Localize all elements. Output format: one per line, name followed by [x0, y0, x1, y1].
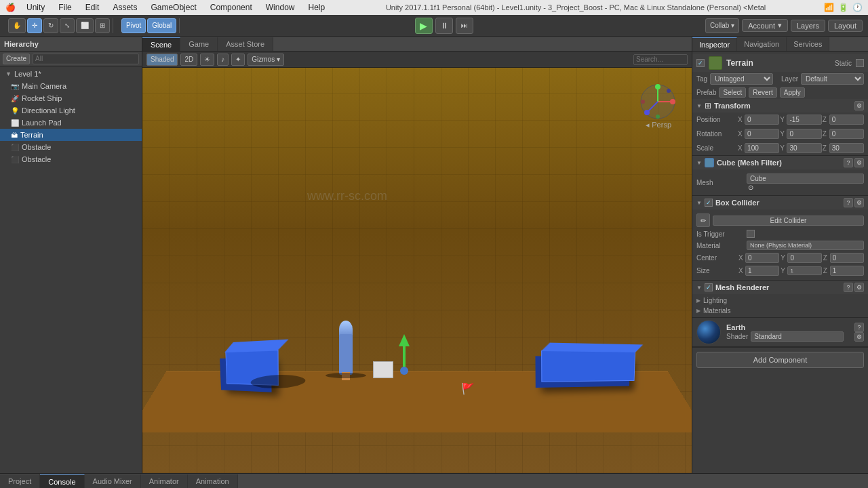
transform-settings-icon[interactable]: ⚙ — [854, 101, 864, 110]
inspector-content: ✓ Terrain Static Tag Untagged Layer Defa… — [692, 52, 868, 473]
tab-navigation[interactable]: Navigation — [737, 37, 787, 51]
scale-x-input[interactable] — [745, 143, 779, 153]
hier-item-camera[interactable]: 📷 Main Camera — [0, 80, 142, 92]
mesh-renderer-settings-icon[interactable]: ⚙ — [854, 283, 864, 292]
mesh-renderer-info-icon[interactable]: ? — [844, 283, 853, 292]
size-y-input[interactable] — [787, 266, 821, 275]
material-info-icon[interactable]: ? — [854, 323, 864, 332]
layout-button[interactable]: Layout — [828, 20, 863, 32]
hier-item-obstacle1[interactable]: ⬛ Obstacle — [0, 141, 142, 153]
tab-animator[interactable]: Animator — [141, 474, 188, 488]
menu-assets[interactable]: Assets — [110, 1, 140, 14]
hand-tool[interactable]: ✋ — [8, 18, 26, 33]
collab-button[interactable]: Collab ▾ — [705, 18, 739, 33]
scene-btn-2d[interactable]: 2D — [180, 54, 197, 66]
menu-unity[interactable]: Unity — [24, 1, 47, 14]
box-collider-settings-icon[interactable]: ⚙ — [854, 198, 864, 207]
global-button[interactable]: Global — [147, 18, 176, 33]
material-settings-icon[interactable]: ⚙ — [854, 332, 864, 342]
box-collider-enabled-checkbox[interactable]: ✓ — [705, 199, 713, 207]
rect-tool[interactable]: ⬜ — [76, 18, 94, 33]
scene-btn-gizmos[interactable]: Gizmos ▾ — [248, 54, 284, 66]
tab-audio-mixer[interactable]: Audio Mixer — [85, 474, 141, 488]
tab-console[interactable]: Console — [40, 474, 84, 488]
position-y-input[interactable] — [787, 115, 821, 125]
scene-btn-audio[interactable]: ♪ — [217, 54, 229, 66]
prefab-revert-button[interactable]: Revert — [749, 87, 776, 98]
tab-scene[interactable]: Scene — [142, 37, 180, 51]
account-button[interactable]: Account ▾ — [742, 19, 788, 32]
scene-btn-scene[interactable]: Shaded — [146, 54, 178, 66]
mesh-value-input[interactable] — [747, 174, 864, 184]
hierarchy-search-input[interactable] — [33, 54, 139, 64]
menu-component[interactable]: Component — [208, 1, 255, 14]
static-checkbox[interactable] — [856, 59, 864, 67]
scene-gizmo[interactable] — [637, 81, 678, 122]
scene-btn-fx[interactable]: ✦ — [231, 54, 245, 66]
tab-asset-store[interactable]: Asset Store — [218, 37, 273, 51]
mesh-filter-info-icon[interactable]: ? — [844, 158, 853, 167]
rotation-z-input[interactable] — [829, 129, 864, 139]
shader-input[interactable] — [751, 331, 844, 342]
mesh-renderer-enabled-checkbox[interactable]: ✓ — [705, 283, 713, 291]
menu-file[interactable]: File — [56, 1, 74, 14]
lighting-sub-item[interactable]: ▶ Lighting — [696, 296, 864, 306]
hier-item-launchpad[interactable]: ⬜ Launch Pad — [0, 117, 142, 129]
hier-item-obstacle2[interactable]: ⬛ Obstacle — [0, 153, 142, 165]
box-collider-header[interactable]: ▼ ✓ Box Collider ? ⚙ — [692, 196, 868, 209]
tab-services[interactable]: Services — [787, 37, 829, 51]
layers-button[interactable]: Layers — [791, 20, 825, 32]
tab-project[interactable]: Project — [0, 474, 40, 488]
tab-game[interactable]: Game — [180, 37, 218, 51]
rotation-x-input[interactable] — [745, 129, 779, 139]
object-enabled-checkbox[interactable]: ✓ — [696, 59, 705, 67]
size-x-input[interactable] — [745, 266, 779, 276]
center-x-input[interactable] — [745, 253, 779, 263]
hier-item-terrain[interactable]: 🏔 Terrain — [0, 129, 142, 141]
box-collider-info-icon[interactable]: ? — [844, 198, 853, 207]
position-z-input[interactable] — [829, 115, 864, 125]
prefab-select-button[interactable]: Select — [719, 87, 746, 98]
mesh-filter-settings-icon[interactable]: ⚙ — [854, 158, 864, 167]
rotate-tool[interactable]: ↻ — [43, 18, 58, 33]
materials-sub-item[interactable]: ▶ Materials — [696, 306, 864, 316]
is-trigger-checkbox[interactable] — [747, 230, 755, 238]
scale-tool[interactable]: ⤡ — [60, 18, 75, 33]
layer-dropdown[interactable]: Default — [801, 73, 864, 85]
hier-item-level1[interactable]: ▼ Level 1* — [0, 68, 142, 80]
rotation-y-input[interactable] — [787, 129, 821, 139]
menu-help[interactable]: Help — [305, 1, 328, 14]
menu-window[interactable]: Window — [263, 1, 298, 14]
menu-edit[interactable]: Edit — [83, 1, 102, 14]
tab-inspector[interactable]: Inspector — [692, 37, 737, 51]
center-y-input[interactable] — [787, 253, 821, 263]
prefab-apply-button[interactable]: Apply — [780, 87, 805, 98]
scale-z-input[interactable] — [829, 143, 864, 153]
step-button[interactable]: ⏭ — [456, 18, 473, 34]
create-button[interactable]: Create — [3, 54, 30, 64]
scale-y-input[interactable] — [787, 143, 821, 153]
transform-header[interactable]: ▼ ⊞ Transform ⚙ — [692, 99, 868, 113]
mesh-renderer-header[interactable]: ▼ ✓ Mesh Renderer ? ⚙ — [692, 281, 868, 294]
pause-button[interactable]: ⏸ — [435, 18, 453, 34]
tag-dropdown[interactable]: Untagged — [710, 73, 773, 85]
material-input[interactable] — [747, 241, 864, 250]
move-tool[interactable]: ✛ — [27, 18, 42, 33]
scene-btn-lighting[interactable]: ☀ — [200, 54, 214, 66]
mesh-filter-header[interactable]: ▼ Cube (Mesh Filter) ? ⚙ — [692, 156, 868, 169]
scene-view[interactable]: 🚩 — [142, 68, 692, 473]
size-x-label: X — [738, 267, 744, 274]
size-z-input[interactable] — [830, 266, 864, 276]
position-x-input[interactable] — [745, 115, 779, 125]
scene-search-input[interactable] — [633, 54, 688, 65]
menu-gameobject[interactable]: GameObject — [148, 1, 199, 14]
combined-tool[interactable]: ⊞ — [95, 18, 110, 33]
edit-collider-button[interactable]: Edit Collider — [713, 216, 864, 226]
tab-animation[interactable]: Animation — [188, 474, 238, 488]
play-button[interactable]: ▶ — [415, 18, 433, 34]
center-z-input[interactable] — [830, 253, 864, 263]
hier-item-rocket[interactable]: 🚀 Rocket Ship — [0, 92, 142, 104]
pivot-button[interactable]: Pivot — [121, 18, 146, 33]
add-component-button[interactable]: Add Component — [696, 352, 864, 368]
hier-item-light[interactable]: 💡 Directional Light — [0, 104, 142, 117]
